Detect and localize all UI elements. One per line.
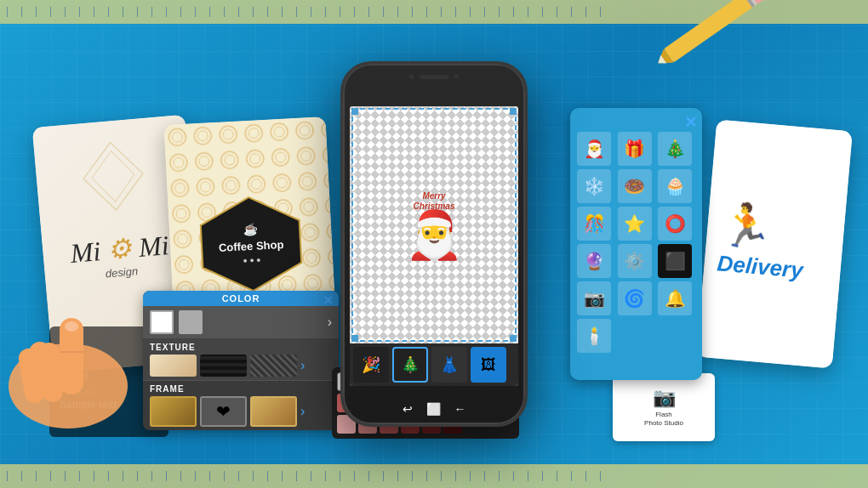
phone-back-btn[interactable]: ↩ [403, 402, 413, 416]
sticker-thumb-1[interactable]: 🎉 [353, 347, 389, 383]
color-expand-btn[interactable]: › [328, 315, 332, 330]
phone-menu-btn[interactable]: ← [454, 402, 466, 416]
sticker-grid: 🎅 🎁 🎄 ❄️ 🍩 🧁 🎊 ⭐ ⭕ 🔮 ⚙️ ⬛ 📷 🌀 🔔 🕯️ [577, 132, 695, 353]
sticker-swirl[interactable]: 🌀 [618, 281, 652, 315]
sticker-thumbnails[interactable]: 🎉 🎄 👗 🖼 [350, 343, 518, 386]
texture-label: TEXTURE [150, 343, 332, 352]
sticker-thumb-2[interactable]: 🎄 [392, 347, 428, 383]
sticker-thumb-3[interactable]: 👗 [431, 347, 467, 383]
sticker-deco1[interactable]: 🔮 [577, 244, 611, 278]
frame-1[interactable] [150, 396, 197, 427]
texture-1[interactable] [150, 355, 197, 377]
sticker-santa[interactable]: 🎅 [577, 132, 611, 166]
delivery-card: 🏃 Delivery [696, 120, 853, 369]
color-gray-swatch[interactable] [179, 310, 203, 334]
color-panel: COLOR › TEXTURE › FRAME ❤ › ✕ [143, 291, 339, 430]
texture-3[interactable] [250, 355, 297, 377]
phone-camera-dot2 [454, 74, 460, 79]
phone-frame: Merry Christmas 🎅 🎉 🎄 👗 🖼 ↩ [340, 61, 528, 427]
sticker-snowflake[interactable]: ❄️ [577, 169, 611, 203]
svg-marker-0 [81, 139, 146, 213]
sticker-panel-close[interactable]: ✕ [684, 113, 697, 132]
sticker-cupcake[interactable]: 🧁 [658, 169, 692, 203]
delivery-text: Delivery [716, 250, 804, 284]
corner-tr [510, 108, 517, 115]
santa-emoji: 🎅 [405, 212, 464, 258]
sticker-camera[interactable]: 📷 [577, 281, 611, 315]
corner-br [510, 335, 517, 342]
sticker-thumb-4[interactable]: 🖼 [471, 347, 506, 383]
santa-illustration: Merry Christmas 🎅 [405, 191, 464, 258]
sticker-black[interactable]: ⬛ [658, 244, 692, 278]
sticker-balls[interactable]: 🎁 [618, 132, 652, 166]
frame-expand-btn[interactable]: › [300, 404, 305, 419]
frame-3[interactable] [250, 396, 297, 427]
svg-text:● ● ●: ● ● ● [243, 255, 261, 264]
flash-camera-icon: 📷 [653, 387, 676, 409]
sticker-circle[interactable]: ⭕ [658, 207, 692, 241]
sticker-deco2[interactable]: ⚙️ [618, 244, 652, 278]
frame-2[interactable]: ❤ [200, 396, 247, 427]
ruler-bottom [0, 464, 868, 488]
color-panel-close[interactable]: ✕ [323, 292, 334, 309]
sticker-tree[interactable]: 🎄 [658, 132, 692, 166]
sticker-wreath[interactable]: 🎊 [577, 207, 611, 241]
phone-notch [409, 74, 460, 79]
runner-icon: 🏃 [719, 202, 775, 249]
phone-home-btn[interactable]: ⬜ [426, 402, 441, 416]
sticker-deco4[interactable]: 🕯️ [577, 319, 611, 353]
sticker-panel: ✕ 🎅 🎁 🎄 ❄️ 🍩 🧁 🎊 ⭐ ⭕ 🔮 ⚙️ ⬛ 📷 🌀 🔔 🕯️ [570, 108, 702, 380]
phone-screen[interactable]: Merry Christmas 🎅 🎉 🎄 👗 🖼 [350, 106, 518, 386]
sticker-deco3[interactable]: 🔔 [658, 281, 692, 315]
screen-canvas[interactable]: Merry Christmas 🎅 [350, 106, 518, 343]
color-panel-header: COLOR [143, 291, 339, 306]
svg-text:☕: ☕ [243, 223, 259, 238]
phone-camera-dot [409, 74, 414, 79]
corner-bl [351, 335, 358, 342]
phone-speaker [420, 75, 449, 79]
svg-point-20 [65, 321, 78, 332]
sticker-star[interactable]: ⭐ [618, 207, 652, 241]
texture-expand-btn[interactable]: › [300, 358, 305, 373]
texture-2[interactable] [200, 355, 247, 377]
color-white-swatch[interactable] [150, 310, 174, 334]
corner-tl [351, 108, 358, 115]
phone: Merry Christmas 🎅 🎉 🎄 👗 🖼 ↩ [340, 61, 528, 427]
flash-card: 📷 FlashPhoto Studio [613, 373, 715, 441]
sticker-donut[interactable]: 🍩 [618, 169, 652, 203]
frame-label: FRAME [150, 384, 332, 394]
phone-nav: ↩ ⬜ ← [403, 402, 466, 416]
flash-label: FlashPhoto Studio [644, 411, 683, 428]
svg-marker-1 [90, 149, 137, 203]
